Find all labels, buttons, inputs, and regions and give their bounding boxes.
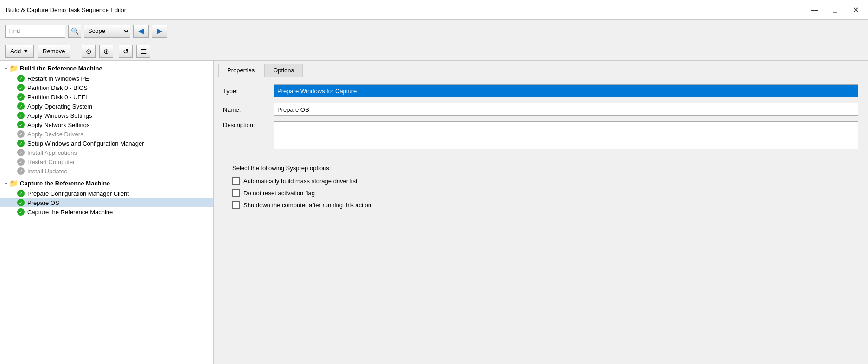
- checkbox-shutdown[interactable]: [232, 201, 240, 209]
- name-row: Name:: [223, 103, 858, 116]
- group1-toggle[interactable]: −: [2, 64, 10, 72]
- label-mass-storage: Automatically build mass storage driver …: [243, 178, 357, 185]
- properties-panel: Type: Name: Description: Select the foll…: [214, 77, 868, 221]
- label-apply-windows: Apply Windows Settings: [27, 112, 92, 119]
- label-partition-uefi: Partition Disk 0 - UEFI: [27, 94, 87, 101]
- divider: [223, 157, 858, 157]
- label-capture-ref: Capture the Reference Machine: [27, 209, 113, 216]
- status-icon-setup-windows: ✓: [17, 140, 25, 147]
- name-input[interactable]: [274, 103, 858, 116]
- group2-header[interactable]: − 📁 Capture the Reference Machine: [0, 178, 213, 189]
- separator: [76, 46, 76, 57]
- search-button[interactable]: 🔍: [68, 25, 81, 38]
- label-install-apps: Install Applications: [27, 149, 77, 156]
- status-icon-apply-os: ✓: [17, 102, 25, 110]
- label-apply-network: Apply Network Settings: [27, 121, 89, 128]
- refresh-button[interactable]: ↺: [119, 45, 133, 58]
- toolbar: 🔍 Scope ◀ ▶: [0, 20, 868, 42]
- add-button[interactable]: Add ▼: [5, 45, 34, 58]
- tab-properties[interactable]: Properties: [218, 64, 263, 77]
- sysprep-section: Select the following Sysprep options: Au…: [223, 165, 858, 213]
- back-button[interactable]: ◀: [133, 25, 149, 38]
- window-title: Build & Capture Demo Task Sequence Edito…: [6, 6, 126, 13]
- find-input[interactable]: [5, 25, 65, 38]
- group2-label: Capture the Reference Machine: [20, 180, 110, 187]
- label-setup-windows: Setup Windows and Configuration Manager: [27, 140, 144, 147]
- tree-item-capture-ref[interactable]: ✓ Capture the Reference Machine: [0, 207, 213, 217]
- search-icon: 🔍: [71, 27, 79, 35]
- close-button[interactable]: ✕: [849, 4, 862, 17]
- description-row: Description:: [223, 121, 858, 149]
- type-row: Type:: [223, 84, 858, 97]
- add-dropdown-icon: ▼: [23, 48, 29, 55]
- label-apply-drivers: Apply Device Drivers: [27, 131, 83, 138]
- label-activation: Do not reset activation flag: [243, 190, 315, 197]
- group2-children: ✓ Prepare Configuration Manager Client ✓…: [0, 189, 213, 217]
- right-panel: Properties Options Type: Name:: [214, 61, 868, 364]
- minimize-button[interactable]: —: [808, 4, 821, 17]
- tree-item-partition-bios[interactable]: ✓ Partition Disk 0 - BIOS: [0, 83, 213, 92]
- checkbox-row-activation: Do not reset activation flag: [232, 189, 849, 197]
- name-label: Name:: [223, 106, 269, 113]
- tab-options[interactable]: Options: [264, 64, 303, 77]
- status-icon-capture-ref: ✓: [17, 208, 25, 216]
- label-install-updates: Install Updates: [27, 168, 67, 175]
- tree-item-restart-winpe[interactable]: ✓ Restart in Windows PE: [0, 74, 213, 83]
- main-window: Build & Capture Demo Task Sequence Edito…: [0, 0, 868, 364]
- label-restart-winpe: Restart in Windows PE: [27, 75, 89, 82]
- tab-properties-label: Properties: [227, 67, 255, 74]
- status-icon-restart-winpe: ✓: [17, 75, 25, 82]
- description-textarea[interactable]: [274, 121, 858, 149]
- checkbox-row-mass-storage: Automatically build mass storage driver …: [232, 177, 849, 185]
- status-icon-partition-bios: ✓: [17, 84, 25, 91]
- group2-toggle[interactable]: −: [2, 179, 10, 187]
- move-down-icon: ⊛: [103, 47, 109, 56]
- forward-button[interactable]: ▶: [152, 25, 167, 38]
- tree-item-apply-os[interactable]: ✓ Apply Operating System: [0, 102, 213, 111]
- tree-item-partition-uefi[interactable]: ✓ Partition Disk 0 - UEFI: [0, 92, 213, 102]
- move-up-icon: ⊙: [86, 47, 92, 56]
- group2-folder-icon: 📁: [10, 179, 18, 187]
- tree-item-install-apps[interactable]: ✓ Install Applications: [0, 148, 213, 157]
- description-label: Description:: [223, 121, 269, 128]
- properties-button[interactable]: ☰: [136, 45, 150, 58]
- status-icon-install-apps: ✓: [17, 149, 25, 156]
- checkbox-row-shutdown: Shutdown the computer after running this…: [232, 201, 849, 209]
- move-down-button[interactable]: ⊛: [99, 45, 113, 58]
- title-bar: Build & Capture Demo Task Sequence Edito…: [0, 0, 868, 20]
- left-panel: − 📁 Build the Reference Machine ✓ Restar…: [0, 61, 214, 364]
- checkbox-mass-storage[interactable]: [232, 177, 240, 185]
- type-input[interactable]: [274, 84, 858, 97]
- tree-item-prepare-os[interactable]: ✓ Prepare OS: [0, 198, 213, 207]
- tree-item-prepare-cm[interactable]: ✓ Prepare Configuration Manager Client: [0, 189, 213, 198]
- maximize-button[interactable]: □: [829, 4, 842, 17]
- title-bar-controls: — □ ✕: [808, 4, 862, 17]
- move-up-button[interactable]: ⊙: [82, 45, 96, 58]
- status-icon-prepare-cm: ✓: [17, 190, 25, 197]
- tree-item-setup-windows[interactable]: ✓ Setup Windows and Configuration Manage…: [0, 139, 213, 148]
- tree-item-apply-windows[interactable]: ✓ Apply Windows Settings: [0, 111, 213, 120]
- group1-folder-icon: 📁: [10, 64, 18, 72]
- group1-header[interactable]: − 📁 Build the Reference Machine: [0, 63, 213, 74]
- tabs: Properties Options: [214, 61, 868, 77]
- label-partition-bios: Partition Disk 0 - BIOS: [27, 84, 88, 91]
- label-shutdown: Shutdown the computer after running this…: [243, 202, 371, 209]
- checkbox-activation[interactable]: [232, 189, 240, 197]
- group1-children: ✓ Restart in Windows PE ✓ Partition Disk…: [0, 74, 213, 176]
- tab-options-label: Options: [273, 67, 294, 74]
- group1-label: Build the Reference Machine: [20, 65, 102, 72]
- tree-item-install-updates[interactable]: ✓ Install Updates: [0, 166, 213, 176]
- back-icon: ◀: [138, 26, 144, 35]
- tree-item-apply-network[interactable]: ✓ Apply Network Settings: [0, 120, 213, 129]
- action-bar: Add ▼ Remove ⊙ ⊛ ↺ ☰: [0, 42, 868, 61]
- status-icon-restart-computer: ✓: [17, 158, 25, 166]
- label-prepare-os: Prepare OS: [27, 199, 59, 206]
- refresh-icon: ↺: [123, 47, 129, 56]
- status-icon-install-updates: ✓: [17, 167, 25, 175]
- remove-button[interactable]: Remove: [38, 45, 70, 58]
- sysprep-title: Select the following Sysprep options:: [232, 165, 849, 172]
- add-button-label: Add: [10, 48, 21, 55]
- scope-select[interactable]: Scope: [84, 25, 130, 38]
- tree-item-apply-drivers[interactable]: ✓ Apply Device Drivers: [0, 129, 213, 139]
- tree-item-restart-computer[interactable]: ✓ Restart Computer: [0, 157, 213, 166]
